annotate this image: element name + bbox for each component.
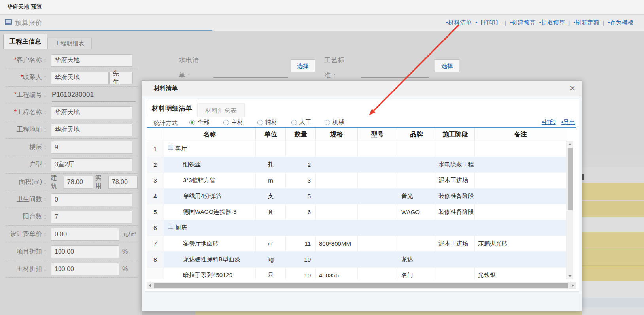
form-row-bathrooms: 卫生间数： 0 [6,191,138,208]
background-row [582,307,644,315]
material-discount-label: 主材折扣： [6,265,48,273]
radio-main-material[interactable]: 主材 [223,119,243,126]
dialog-print-link[interactable]: •打印 [542,119,555,126]
table-row-group[interactable]: 1 −客厅 [147,141,567,157]
radio-icon[interactable] [189,120,195,125]
water-list-select-button[interactable]: 选择 [291,59,315,72]
craft-standard-label: 工艺标准： [324,53,348,83]
project-discount-unit: % [122,248,128,255]
tab-material-detail-list[interactable]: 材料明细清单 [147,100,197,117]
customer-input[interactable]: 华府天地 [51,54,132,67]
header-underline [0,30,212,31]
design-fee-unit: 元/㎡ [122,230,136,238]
table-row[interactable]: 8 龙达硬性涂料B型面漆 kg 10 龙达 [147,252,567,268]
area-use-stepper[interactable]: 78.00 [108,176,138,189]
form-row-design-fee: 设计费单价： 0.00 元/㎡ [6,226,138,243]
radio-icon[interactable] [257,120,263,125]
form-row-balconies: 阳台数： 7 [6,208,138,226]
design-fee-stepper[interactable]: 0.00 [51,228,119,241]
link-refresh-quota[interactable]: •刷新定额 [573,19,599,26]
floor-label: 楼层： [6,143,48,151]
col-model: 型号 [358,128,397,141]
area-build-label: 建筑 [51,174,63,191]
form-row-pname: *工程名称： 华府天地 [6,104,138,121]
tab-material-summary[interactable]: 材料汇总表 [197,103,245,117]
water-list-input[interactable] [213,77,288,78]
report-icon [5,19,12,25]
balconies-stepper[interactable]: 7 [51,211,132,223]
radio-all[interactable]: 全部 [189,119,209,126]
radio-icon[interactable] [325,120,330,125]
scroll-up-icon[interactable] [568,143,572,145]
collapse-icon[interactable]: − [168,224,173,229]
vertical-scrollbar[interactable] [567,141,573,279]
clipped-text-mark [582,174,584,180]
craft-standard-select-button[interactable]: 选择 [435,59,459,72]
link-extract-budget[interactable]: •提取预算 [539,19,565,26]
col-name: 名称 [164,128,256,141]
contact-input[interactable]: 华府天地 [51,72,109,84]
table-row-group[interactable]: 6 −厨房 [147,220,567,236]
link-print[interactable]: •【打印】 [475,19,501,26]
col-brand: 品牌 [397,128,436,141]
close-icon[interactable]: × [570,82,575,94]
col-stage: 施工阶段 [436,128,475,141]
table-row[interactable]: 7 客餐厅地面砖 ㎡ 11 800*800MM 泥木工进场 东鹏抛光砖 [147,236,567,252]
table-row[interactable]: 暗拉手系列450129 只 10 450356 名门 光铁银 [147,268,567,279]
material-list-dialog: 材料清单 × 材料明细清单 材料汇总表 统计方式 全部 主材 辅材 人工 机械 … [142,80,582,311]
area-label: 面积(㎡)： [6,178,48,186]
horizontal-scroll-thumb[interactable] [154,283,568,288]
form-row-customer: *客户名称： 华府天地 [6,52,138,69]
background-row-highlight [582,201,644,217]
background-row [582,281,644,298]
material-discount-input[interactable]: 100.00 [51,263,119,275]
dialog-titlebar[interactable]: 材料清单 × [142,81,582,96]
collapse-icon[interactable]: − [168,145,173,150]
background-row-highlight [582,249,644,266]
background-row-highlight [582,183,644,200]
radio-icon[interactable] [223,120,229,125]
link-save-template[interactable]: •存为模板 [608,19,633,26]
scroll-down-icon[interactable] [568,275,572,277]
radio-labor[interactable]: 人工 [291,119,311,126]
radio-auxiliary-material[interactable]: 辅材 [257,119,277,126]
area-use-label: 实用 [95,174,108,191]
dialog-title: 材料清单 [154,85,178,92]
stat-mode-label: 统计方式 [154,119,178,127]
background-row [582,298,644,307]
table-row[interactable]: 5 德国WAGO连接器-3 套 6 WAGO 装修准备阶段 [147,204,567,220]
scroll-right-icon[interactable] [572,284,574,287]
link-create-budget[interactable]: •创建预算 [510,19,535,26]
page-title: 预算报价 [15,18,42,27]
background-row-highlight [582,232,644,249]
link-material-list[interactable]: •材料清单 [446,19,472,26]
form-row-area: 面积(㎡)： 建筑 78.00 实用 78.00 [6,174,138,191]
balconies-label: 阳台数： [6,213,48,221]
form-row-unit-type: 户型： 3室2厅 [6,156,138,174]
tab-project-main-info[interactable]: 工程主信息 [3,34,47,49]
col-qty: 数量 [286,128,316,141]
horizontal-scrollbar[interactable] [147,282,576,289]
table-row[interactable]: 4 穿线用4分弹簧 支 5 普光 装修准备阶段 [147,189,567,204]
bathrooms-stepper[interactable]: 0 [51,193,132,206]
project-address-input[interactable]: 华府天地 [51,124,132,136]
pname-label: 工程名称： [17,109,48,115]
craft-standard-input[interactable] [361,77,429,78]
floor-stepper[interactable]: 9 [51,141,132,154]
radio-machinery[interactable]: 机械 [325,119,344,126]
project-discount-input[interactable]: 100.00 [51,245,119,258]
tab-project-detail[interactable]: 工程明细表 [47,38,92,49]
bathrooms-label: 卫生间数： [6,195,48,204]
app-header: 预算报价 •材料清单 •【打印】 | •创建预算 •提取预算 | •刷新定额 |… [0,15,644,31]
radio-icon[interactable] [291,120,297,125]
table-row[interactable]: 2 细铁丝 扎 2 水电隐蔽工程 [147,157,567,173]
unit-type-select[interactable]: 3室2厅 [51,158,132,171]
project-name-input[interactable]: 华府天地 [51,106,132,119]
table-row[interactable]: 3 3*3镀锌方管 m 3 泥木工进场 [147,173,567,189]
scroll-left-icon[interactable] [149,284,151,287]
background-row [582,217,644,232]
vertical-scroll-thumb[interactable] [568,148,573,210]
dialog-export-link[interactable]: •导出 [561,119,575,126]
contact-title-select[interactable]: 先生 [109,72,133,84]
area-build-stepper[interactable]: 78.00 [64,176,93,189]
